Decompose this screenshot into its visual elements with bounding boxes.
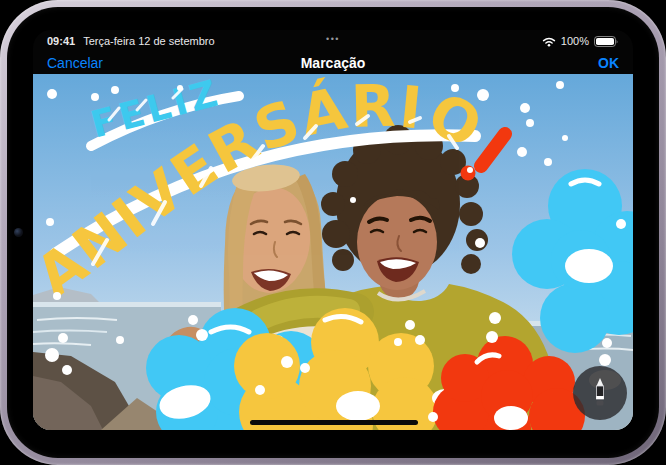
front-camera — [14, 228, 23, 237]
markup-nav-bar: Cancelar Marcação OK — [33, 52, 633, 74]
photo-scene: ANIVERSÁRIO FELIZ — [33, 74, 633, 430]
status-bar: 09:41 Terça-feira 12 de setembro ••• 100… — [33, 30, 633, 52]
status-left: 09:41 Terça-feira 12 de setembro — [47, 35, 215, 47]
wifi-icon — [542, 36, 556, 47]
page-title: Marcação — [301, 55, 366, 71]
battery-percent: 100% — [561, 35, 589, 47]
pencil-icon — [590, 377, 610, 409]
screen: 09:41 Terça-feira 12 de setembro ••• 100… — [33, 30, 633, 430]
status-right: 100% — [542, 35, 619, 47]
more-options-dots[interactable]: ••• — [326, 34, 340, 44]
cancel-button[interactable]: Cancelar — [47, 55, 103, 71]
ipad-landscape-photo: 09:41 Terça-feira 12 de setembro ••• 100… — [0, 0, 666, 465]
date: Terça-feira 12 de setembro — [83, 35, 214, 47]
ok-button[interactable]: OK — [598, 55, 619, 71]
pencil-tool-button[interactable] — [573, 366, 627, 420]
battery-icon — [594, 36, 619, 47]
markup-canvas[interactable]: ANIVERSÁRIO FELIZ — [33, 74, 633, 430]
clock: 09:41 — [47, 35, 75, 47]
home-indicator[interactable] — [250, 420, 418, 425]
